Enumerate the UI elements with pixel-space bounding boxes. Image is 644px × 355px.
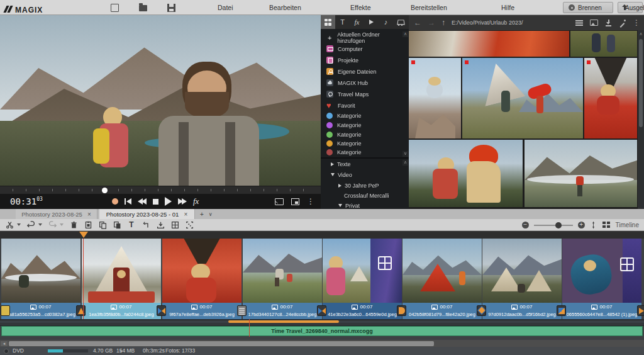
- media-tab-icon[interactable]: [321, 15, 335, 29]
- effects-tab-icon[interactable]: fx: [350, 15, 364, 29]
- store-tab-icon[interactable]: [393, 15, 408, 29]
- timeline-clip[interactable]: 00:07 042b58f081d79...f8e42a20.jpeg: [402, 239, 482, 319]
- photo-thumbnail[interactable]: [409, 58, 461, 138]
- preview-scrubber[interactable]: [0, 186, 321, 194]
- timeline-clip[interactable]: 00:07 17bd3440127c8...24e8ccbb.jpeg: [243, 239, 322, 319]
- timeline-clip[interactable]: 00:07 0a81a556253a5...cd0382a7.jpeg: [1, 239, 80, 319]
- zoom-in-button[interactable]: +: [578, 222, 585, 228]
- transition-icon[interactable]: [557, 305, 566, 316]
- tab-photostory-2-active[interactable]: Photostory 2023-08-25 - 01 ×: [99, 209, 195, 219]
- hscroll-thumb[interactable]: [9, 341, 434, 346]
- folder-kategorie-red[interactable]: Kategorie: [321, 147, 404, 157]
- tree-item-texte[interactable]: Texte: [331, 159, 413, 169]
- timeline-clip-selected[interactable]: 00:07 1ea3fb35f8d0b...fa0244c8.jpeg: [82, 239, 161, 319]
- cast-icon[interactable]: [275, 198, 284, 205]
- video-preview[interactable]: [0, 15, 321, 186]
- forward-icon[interactable]: →: [428, 18, 435, 27]
- tab-close-icon[interactable]: ×: [87, 211, 91, 218]
- browser-scroll-thumb[interactable]: [639, 39, 643, 127]
- timeline-hscrollbar[interactable]: ◂: [0, 340, 644, 347]
- photo-thumbnail[interactable]: [570, 31, 637, 57]
- browser-scrollbar[interactable]: ∧: [638, 30, 644, 209]
- menu-hilfe[interactable]: Hilfe: [499, 0, 517, 15]
- group-objects-icon[interactable]: [185, 220, 194, 229]
- tab-close-icon[interactable]: ×: [184, 211, 187, 218]
- up-icon[interactable]: ↑: [441, 18, 445, 27]
- redo-options-icon[interactable]: [60, 223, 64, 226]
- timeline-mode-label[interactable]: Timeline: [616, 222, 639, 228]
- transition-slot-icon[interactable]: [1, 305, 10, 316]
- fast-forward-button[interactable]: [178, 198, 187, 205]
- photo-thumbnail[interactable]: [462, 58, 583, 138]
- brennen-button[interactable]: Brennen: [563, 2, 613, 13]
- transition-icon[interactable]: [317, 305, 326, 316]
- import-icon[interactable]: [605, 20, 612, 26]
- photo-thumbnail[interactable]: [584, 58, 637, 138]
- add-current-folder[interactable]: + Aktuellen Ordner hinzufügen: [321, 33, 404, 42]
- music-tab-icon[interactable]: ♪: [379, 15, 393, 29]
- back-icon[interactable]: ←: [414, 18, 421, 27]
- paste-icon[interactable]: [113, 220, 121, 229]
- title-track[interactable]: [0, 319, 644, 326]
- open-project-icon[interactable]: [139, 5, 147, 11]
- timeline-clip[interactable]: 00:07 9f67a7e8effae...deb3926a.jpeg: [162, 239, 242, 319]
- optimize-icon[interactable]: [619, 20, 626, 26]
- audio-track-clip[interactable]: Time Travel_3269840_normal.mxcogg: [1, 326, 643, 336]
- cut-clipboard-icon[interactable]: [84, 220, 92, 229]
- undo-icon[interactable]: [26, 220, 35, 229]
- zoom-slider[interactable]: [534, 225, 573, 226]
- timeline-clip[interactable]: 00:07 0655560c6447e8...48542 (1).jpeg: [562, 239, 641, 319]
- menu-datei[interactable]: Datei: [215, 0, 236, 15]
- photo-thumbnail[interactable]: [409, 31, 569, 57]
- transition-icon[interactable]: [237, 305, 247, 316]
- folder-kategorie-purple[interactable]: Kategorie: [321, 120, 404, 130]
- transition-icon[interactable]: [157, 305, 166, 316]
- new-project-icon[interactable]: [111, 4, 119, 12]
- text-tab-icon[interactable]: T: [335, 15, 350, 29]
- folder-magix-hub[interactable]: MAGIX Hub: [321, 78, 404, 87]
- cut-icon[interactable]: [5, 220, 14, 229]
- play-button[interactable]: [165, 197, 172, 206]
- timeline-ruler[interactable]: [0, 231, 644, 239]
- cut-options-icon[interactable]: [17, 223, 21, 226]
- rotate-crop-icon[interactable]: [142, 220, 150, 229]
- copy-icon[interactable]: [98, 220, 107, 229]
- folder-projekte[interactable]: Projekte: [321, 55, 404, 65]
- redo-icon[interactable]: [48, 220, 57, 229]
- preview-mode-icon[interactable]: [590, 20, 598, 26]
- scrubber-playhead[interactable]: [102, 188, 108, 193]
- folder-favorit[interactable]: ♥Favorit: [321, 101, 404, 110]
- transition-icon[interactable]: [397, 305, 406, 316]
- timeline-playhead[interactable]: [79, 232, 88, 238]
- folder-computer[interactable]: Computer: [321, 44, 404, 54]
- save-icon[interactable]: [167, 4, 175, 12]
- storyboard-mode-icon[interactable]: [602, 222, 611, 228]
- skip-start-button[interactable]: [125, 198, 131, 205]
- view-options-icon[interactable]: [575, 20, 583, 26]
- title-object[interactable]: [228, 320, 339, 323]
- menu-bearbeiten[interactable]: Bearbeiten: [267, 0, 304, 15]
- tab-list-button[interactable]: ∨: [209, 211, 213, 217]
- record-button[interactable]: [112, 198, 118, 205]
- folder-kategorie-orange[interactable]: Kategorie: [321, 138, 404, 148]
- tree-item-30-jahre-pep[interactable]: 30 Jahre PeP: [338, 181, 420, 190]
- tree-scroll-up[interactable]: ∧: [402, 160, 408, 166]
- ausgeben-button[interactable]: Ausgeben: [618, 2, 643, 13]
- export-scene-icon[interactable]: [156, 220, 165, 229]
- collage-icon[interactable]: [170, 220, 179, 229]
- folders-scroll-up[interactable]: ∧: [402, 31, 408, 37]
- zoom-out-button[interactable]: −: [522, 222, 529, 228]
- zoom-slider-knob[interactable]: [555, 222, 562, 228]
- tree-item-video[interactable]: Video: [331, 170, 413, 179]
- preview-menu-icon[interactable]: ⋮: [307, 198, 314, 205]
- folder-eigene-dateien[interactable]: Eigene Dateien: [321, 67, 404, 76]
- timeline-clip[interactable]: 00:07 97d0912daac0b...d5f16bd2.jpeg: [482, 239, 562, 319]
- fullscreen-icon[interactable]: [291, 198, 299, 205]
- photo-thumbnail[interactable]: [409, 140, 523, 207]
- fit-timeline-icon[interactable]: [590, 222, 597, 229]
- title-tool-icon[interactable]: T: [127, 220, 136, 229]
- undo-options-icon[interactable]: [38, 223, 42, 226]
- hscroll-left-arrow[interactable]: ◂: [1, 341, 8, 346]
- folder-kategorie-blue[interactable]: Kategorie: [321, 111, 404, 120]
- menu-bereitstellen[interactable]: Bereitstellen: [408, 0, 450, 15]
